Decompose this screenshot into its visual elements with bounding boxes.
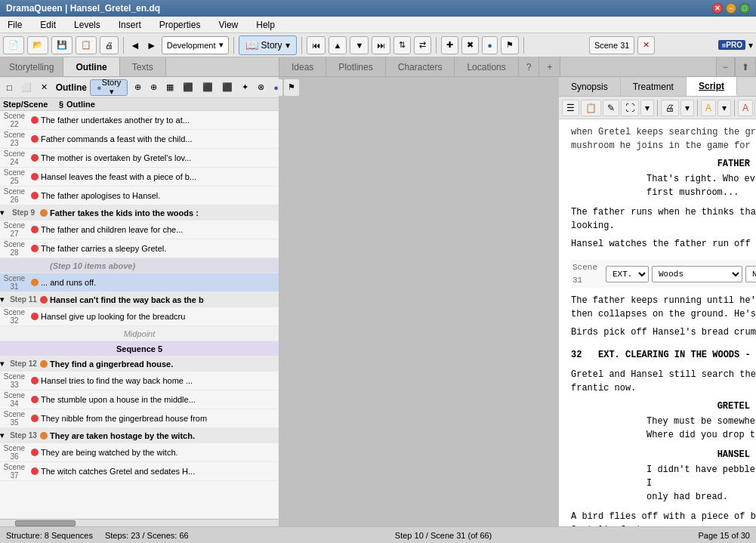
scene-ext-dropdown[interactable]: EXT. INT. xyxy=(606,266,649,282)
outline-row-35[interactable]: Scene 35 They nibble from the gingerbrea… xyxy=(0,409,279,428)
outline-flag[interactable]: ⚑ xyxy=(284,79,299,96)
panel-close[interactable]: ✕ xyxy=(37,79,51,96)
outline-add1[interactable]: ⊕ xyxy=(131,79,145,96)
nav-last[interactable]: ⏭ xyxy=(372,36,390,54)
scene-label[interactable]: Scene 31 xyxy=(589,36,634,54)
nav-down[interactable]: ▼ xyxy=(350,36,369,54)
outline-row[interactable]: Scene 24 The mother is overtaken by Gret… xyxy=(0,149,279,168)
outline-color[interactable]: ● xyxy=(270,79,282,96)
chevron-down-icon2: ▾ xyxy=(285,40,290,51)
scene-location-dropdown[interactable]: Woods xyxy=(652,266,742,282)
close-button[interactable]: ✕ xyxy=(712,3,723,14)
new-button[interactable]: 📄 xyxy=(3,36,24,54)
outline-action1[interactable]: ⬛ xyxy=(179,79,197,96)
minimize-button[interactable]: − xyxy=(726,3,736,14)
collapse-button[interactable]: ⇄ xyxy=(414,36,431,54)
main-content: □ ⬜ ✕ Outline ● Story ▾ ⊕ ⊕ ▦ ⬛ ⬛ ⬛ ✦ ⊗ … xyxy=(0,77,756,526)
tab-texts[interactable]: Texts xyxy=(120,57,166,76)
back-button[interactable]: ◄ xyxy=(128,39,142,51)
script-color[interactable]: A xyxy=(738,100,753,116)
story-dropdown[interactable]: 📖 Story ▾ xyxy=(239,35,297,55)
outline-row-33[interactable]: Scene 33 Hansel tries to find the way ba… xyxy=(0,372,279,390)
script-highlight[interactable]: A xyxy=(701,100,716,116)
outline-row-31[interactable]: Scene 31 ... and runs off. xyxy=(0,273,279,292)
add-button[interactable]: ✚ xyxy=(441,36,458,54)
script-btn-1[interactable]: ☰ xyxy=(562,100,579,116)
outline-row-32[interactable]: Scene 32 Hansel give up looking for the … xyxy=(0,307,279,326)
outline-delete[interactable]: ⊗ xyxy=(254,79,268,96)
print-button[interactable]: 🖨 xyxy=(100,36,119,54)
menu-view[interactable]: View xyxy=(214,18,242,32)
delete-button[interactable]: ✖ xyxy=(461,36,479,54)
panel-minimize[interactable]: − xyxy=(716,57,735,76)
outline-action2[interactable]: ⬛ xyxy=(199,79,217,96)
script-btn-dropdown[interactable]: ▾ xyxy=(640,100,654,116)
outline-row[interactable]: Scene 22 The father undertakes another t… xyxy=(0,111,279,130)
save-as-button[interactable]: 📋 xyxy=(76,36,97,54)
pro-arrow[interactable]: ▾ xyxy=(748,40,753,51)
outline-row-37[interactable]: Scene 37 The witch catches Gretel and se… xyxy=(0,462,279,481)
outline-row[interactable]: Scene 23 Father commands a feast with th… xyxy=(0,130,279,149)
nav-first[interactable]: ⏮ xyxy=(307,36,326,54)
tab-locations[interactable]: Locations xyxy=(455,57,518,76)
outline-row-28[interactable]: Scene 28 The father carries a sleepy Gre… xyxy=(0,239,279,258)
tab-outline[interactable]: Outline xyxy=(63,57,119,76)
outline-row-27[interactable]: Scene 27 The father and children leave f… xyxy=(0,221,279,239)
outline-row[interactable]: Scene 26 The father apologises to Hansel… xyxy=(0,187,279,205)
outline-action3[interactable]: ⬛ xyxy=(218,79,236,96)
scene-time-dropdown[interactable]: NIGHT DAY xyxy=(745,266,756,282)
open-button[interactable]: 📂 xyxy=(27,36,48,54)
tab-synopsis[interactable]: Synopsis xyxy=(559,77,621,96)
script-area: when Gretel keeps searching the ground f… xyxy=(559,119,756,526)
menu-help[interactable]: Help xyxy=(251,18,279,32)
menu-levels[interactable]: Levels xyxy=(69,18,105,32)
tab-characters[interactable]: Characters xyxy=(386,57,455,76)
tab-plotlines[interactable]: Plotlines xyxy=(326,57,385,76)
story-btn[interactable]: ● Story ▾ xyxy=(90,79,128,96)
expand-button[interactable]: ⇅ xyxy=(393,36,411,54)
menu-properties[interactable]: Properties xyxy=(155,18,205,32)
step-row-10-label[interactable]: (Step 10 items above) xyxy=(0,258,279,273)
action-6: Gretel and Hansel still search the groun… xyxy=(571,368,756,395)
save-button[interactable]: 💾 xyxy=(51,36,73,54)
outline-table[interactable]: Scene 22 The father undertakes another t… xyxy=(0,111,279,519)
script-btn-2[interactable]: 📋 xyxy=(581,100,601,116)
maximize-button[interactable]: □ xyxy=(739,3,750,14)
menu-edit[interactable]: Edit xyxy=(35,18,60,32)
outline-action4[interactable]: ✦ xyxy=(238,79,252,96)
script-print-dropdown[interactable]: ▾ xyxy=(680,100,694,116)
script-print[interactable]: 🖨 xyxy=(661,100,679,116)
flag-button[interactable]: ⚑ xyxy=(501,36,519,54)
step-row-12[interactable]: ▾ Step 12 They find a gingerbread house. xyxy=(0,356,279,372)
scene-close[interactable]: ✕ xyxy=(637,36,655,54)
outline-add2[interactable]: ⊕ xyxy=(147,79,161,96)
menu-insert[interactable]: Insert xyxy=(114,18,146,32)
nav-up[interactable]: ▲ xyxy=(329,36,347,54)
tab-help[interactable]: ? xyxy=(519,57,540,76)
status-structure: Structure: 8 Sequences xyxy=(6,531,93,540)
panel-expand[interactable]: ⬆ xyxy=(735,57,756,76)
menu-file[interactable]: File xyxy=(3,18,26,32)
outline-row-34[interactable]: Scene 34 The stumble upon a house in the… xyxy=(0,390,279,409)
forward-button[interactable]: ► xyxy=(145,39,159,51)
tab-ideas[interactable]: Ideas xyxy=(279,57,326,76)
outline-group[interactable]: ▦ xyxy=(162,79,177,96)
script-btn-3[interactable]: ✎ xyxy=(603,100,619,116)
panel-restore[interactable]: □ xyxy=(3,79,16,96)
color-button[interactable]: ● xyxy=(482,36,498,54)
panel-maximize[interactable]: ⬜ xyxy=(17,79,35,96)
tab-storytelling[interactable]: Storytelling xyxy=(0,57,63,76)
sequence-row-5: Sequence 5 xyxy=(0,341,279,356)
step-row-9[interactable]: ▾ Step 9 Father takes the kids into the … xyxy=(0,205,279,221)
tab-treatment[interactable]: Treatment xyxy=(621,77,687,96)
step-row-11[interactable]: ▾ Step 11 Hansel can't find the way back… xyxy=(0,292,279,307)
outline-row-36[interactable]: Scene 36 They are being watched by the w… xyxy=(0,443,279,462)
script-highlight-dropdown[interactable]: ▾ xyxy=(717,100,731,116)
h-scrollbar[interactable] xyxy=(0,519,279,526)
tab-add[interactable]: + xyxy=(539,57,560,76)
outline-row[interactable]: Scene 25 Hansel leaves the feast with a … xyxy=(0,168,279,187)
tab-script[interactable]: Script xyxy=(687,77,737,96)
script-btn-4[interactable]: ⛶ xyxy=(621,100,639,116)
step-row-13[interactable]: ▾ Step 13 They are taken hostage by the … xyxy=(0,428,279,443)
development-dropdown[interactable]: Development ▾ xyxy=(162,36,229,54)
